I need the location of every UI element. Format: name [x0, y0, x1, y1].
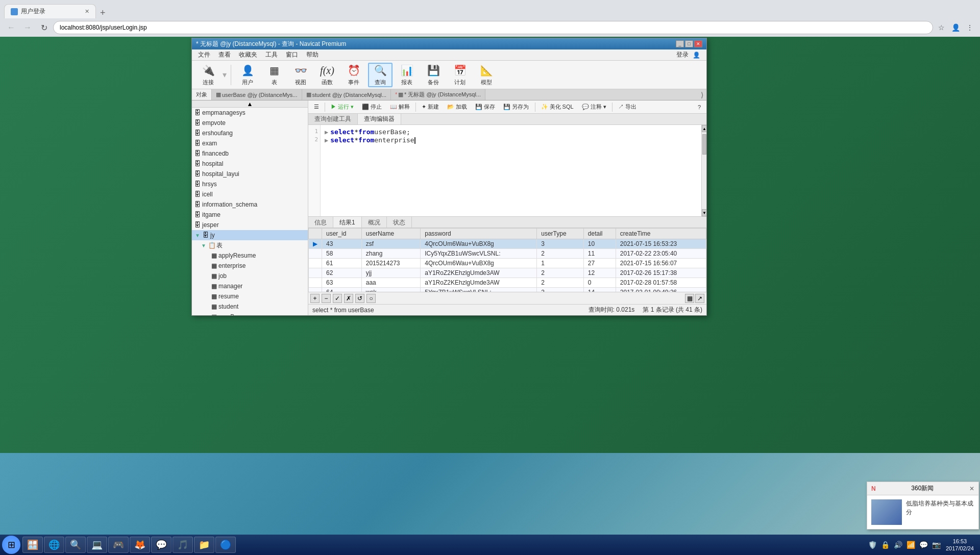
sidebar-item-empvote[interactable]: 🗄 empvote: [192, 118, 308, 128]
tray-shield-icon[interactable]: 🛡️: [867, 540, 878, 550]
confirm-button[interactable]: ✓: [333, 294, 342, 303]
tabs-expand-button[interactable]: ⟩: [698, 89, 706, 100]
back-button[interactable]: ←: [4, 20, 18, 35]
taskbar-item-folder[interactable]: 📁: [194, 537, 214, 553]
sidebar-item-resume[interactable]: ▦ resume: [192, 291, 308, 301]
new-tab-button[interactable]: +: [96, 8, 110, 18]
sidebar-item-ershoufang[interactable]: 🗄 ershoufang: [192, 128, 308, 138]
result-tab-status[interactable]: 状态: [387, 217, 412, 228]
toolbar-connect[interactable]: 🔌 连接: [196, 63, 220, 87]
toolbar-table[interactable]: ▦ 表: [262, 63, 286, 87]
result-tab-result1[interactable]: 结果1: [333, 217, 362, 228]
table-row[interactable]: 63 aaa aY1RoZ2KEhzlgUmde3AW 2 0 2017-02-…: [309, 278, 706, 288]
col-header-usertype[interactable]: userType: [537, 229, 584, 239]
table-row[interactable]: 62 yjj aY1RoZ2KEhzlgUmde3AW 2 12 2017-02…: [309, 268, 706, 278]
table-row[interactable]: ▶ 43 zsf 4QrcOUm6Wau+VuBX8g 3 10 2021-07…: [309, 239, 706, 249]
result-tab-overview[interactable]: 概况: [362, 217, 387, 228]
forward-button[interactable]: →: [20, 20, 35, 35]
sidebar-item-hospital-layui[interactable]: 🗄 hospital_layui: [192, 169, 308, 179]
add-row-button[interactable]: +: [310, 294, 320, 303]
tab-query-editor[interactable]: 查询编辑器: [358, 114, 401, 124]
sidebar-item-job[interactable]: ▦ job: [192, 271, 308, 281]
scroll-down-arrow[interactable]: ▼: [702, 209, 706, 216]
sidebar-item-userbase[interactable]: ▦ userBase: [192, 312, 308, 315]
scroll-track[interactable]: [702, 132, 706, 209]
sidebar-scroll-up[interactable]: ▲: [192, 100, 308, 108]
table-row[interactable]: 58 zhang ICy5YqxZB1uWSwcVLSNL: 2 11 2017…: [309, 249, 706, 259]
query-menu-button[interactable]: ☰: [310, 102, 323, 112]
taskbar-item-windows[interactable]: 🪟: [22, 537, 43, 553]
reload-button[interactable]: ↻: [37, 20, 51, 35]
sidebar-item-financedb[interactable]: 🗄 financedb: [192, 148, 308, 159]
sql-editor[interactable]: 1 2 ▶ select * from userBase; ▶: [308, 125, 706, 217]
sidebar-item-jesper[interactable]: 🗄 jesper: [192, 220, 308, 230]
sidebar-item-hrsys[interactable]: 🗄 hrsys: [192, 179, 308, 189]
data-table-container[interactable]: user_id userName password userType detai…: [308, 228, 706, 292]
load-button[interactable]: 📂 加载: [444, 102, 471, 112]
notification-close-button[interactable]: ✕: [969, 485, 974, 492]
address-bar[interactable]: [53, 21, 933, 34]
toolbar-report[interactable]: 📊 报表: [395, 63, 419, 87]
cancel-edit-button[interactable]: ✗: [344, 294, 353, 303]
menu-favorites[interactable]: 收藏夹: [235, 49, 261, 60]
toolbar-function[interactable]: f(x) 函数: [315, 63, 339, 87]
tray-msg-icon[interactable]: 💬: [918, 540, 929, 550]
sidebar-item-applyresume[interactable]: ▦ applyResume: [192, 250, 308, 261]
maximize-button[interactable]: □: [685, 40, 693, 47]
stop-button[interactable]: ⬛ 停止: [358, 102, 385, 112]
tray-camera-icon[interactable]: 📷: [931, 540, 942, 550]
run-button[interactable]: ▶ 运行 ▾: [327, 102, 357, 112]
taskbar-item-browser[interactable]: 🌐: [44, 537, 64, 553]
circle-button[interactable]: ○: [366, 294, 376, 303]
save-button[interactable]: 💾 保存: [472, 102, 499, 112]
toolbar-user[interactable]: 👤 用户: [235, 63, 260, 87]
editor-scrollbar[interactable]: ▲ ▼: [701, 125, 706, 216]
taskbar-item-game[interactable]: 🎮: [108, 537, 129, 553]
toolbar-view[interactable]: 👓 视图: [288, 63, 313, 87]
obj-tab-userbase[interactable]: ▦ userBase @jy (DistanceMys...: [212, 89, 302, 100]
expand-view-button[interactable]: ↗: [695, 294, 704, 303]
table-row[interactable]: 64 wsk 5YqxZB1uWSwcVLSNL: 3 14 2017-03-0…: [309, 288, 706, 292]
comment-button[interactable]: 💬 注释 ▾: [578, 102, 610, 112]
browser-tab-active[interactable]: 用户登录 ✕: [4, 4, 96, 18]
tray-network-icon[interactable]: 📶: [905, 540, 916, 550]
sidebar-item-enterprise[interactable]: ▦ enterprise: [192, 261, 308, 271]
taskbar-item-chrome[interactable]: 🔵: [215, 537, 236, 553]
taskbar-item-firefox[interactable]: 🦊: [130, 537, 150, 553]
toolbar-query[interactable]: 🔍 查询: [368, 63, 393, 87]
taskbar-item-search[interactable]: 🔍: [65, 537, 86, 553]
tray-volume-icon[interactable]: 🔊: [893, 540, 903, 550]
scroll-thumb[interactable]: [702, 134, 706, 155]
close-button[interactable]: ✕: [694, 40, 702, 47]
helper-button[interactable]: ?: [694, 103, 704, 112]
sql-content-area[interactable]: ▶ select * from userBase; ▶ select * fro…: [321, 125, 701, 216]
menu-file[interactable]: 文件: [194, 49, 214, 60]
delete-row-button[interactable]: −: [322, 294, 331, 303]
menu-tools[interactable]: 工具: [261, 49, 282, 60]
toolbar-backup[interactable]: 💾 备份: [421, 63, 446, 87]
start-button[interactable]: ⊞: [2, 536, 20, 554]
new-button[interactable]: ✦ 新建: [418, 102, 443, 112]
taskbar-item-music[interactable]: 🎵: [173, 537, 193, 553]
obj-tab-untitled[interactable]: * ▦ * 无标题 @jy (DistanceMysql...: [391, 89, 485, 100]
sidebar-item-tables-folder[interactable]: ▼ 📋 表: [192, 240, 308, 250]
col-header-userid[interactable]: user_id: [322, 229, 362, 239]
col-header-password[interactable]: password: [421, 229, 537, 239]
taskbar-item-navicat[interactable]: 💻: [87, 537, 107, 553]
beautify-button[interactable]: ✨ 美化 SQL: [537, 102, 577, 112]
tab-query-creator[interactable]: 查询创建工具: [308, 114, 358, 124]
grid-view-button[interactable]: ▦: [685, 294, 694, 303]
sidebar-item-exam[interactable]: 🗄 exam: [192, 138, 308, 148]
saveas-button[interactable]: 💾 另存为: [500, 102, 532, 112]
bookmark-button[interactable]: ☆: [935, 21, 947, 34]
user-button[interactable]: 👤: [949, 21, 962, 34]
explain-button[interactable]: 📖 解释: [386, 102, 413, 112]
menu-help[interactable]: 帮助: [302, 49, 323, 60]
obj-tab-student[interactable]: ▦ student @jy (DistanceMysql...: [302, 89, 391, 100]
toolbar-plan[interactable]: 📅 计划: [448, 63, 472, 87]
sidebar-item-student[interactable]: ▦ student: [192, 301, 308, 312]
sidebar-item-hospital[interactable]: 🗄 hospital: [192, 159, 308, 169]
sidebar-item-itgame[interactable]: 🗄 itgame: [192, 210, 308, 220]
refresh-button[interactable]: ↺: [355, 294, 364, 303]
tab-close-button[interactable]: ✕: [85, 8, 89, 15]
